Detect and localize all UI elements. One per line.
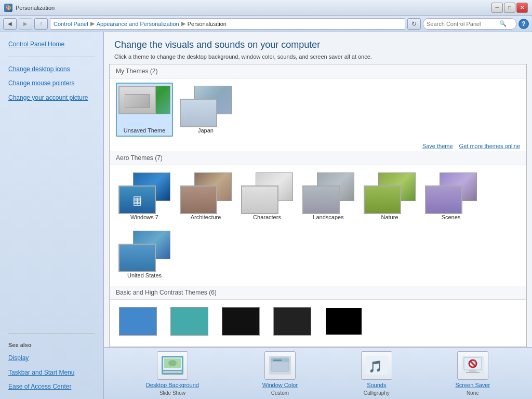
search-bar[interactable]: 🔍 — [423, 18, 516, 30]
theme-item-basic-blue[interactable] — [116, 304, 160, 339]
window-icon: 🎨 — [4, 4, 12, 12]
theme-item-basic-hc[interactable] — [322, 304, 366, 339]
svg-rect-13 — [469, 370, 476, 372]
breadcrumb-current: Personalization — [188, 21, 227, 27]
breadcrumb-bar: Control Panel ▶ Appearance and Personali… — [50, 18, 405, 30]
theme-label-landscapes: Landscapes — [313, 214, 343, 220]
theme-item-united-states[interactable]: United States — [116, 228, 173, 282]
toolbar-item-sounds[interactable]: 🎵 Sounds Calligraphy — [361, 351, 392, 396]
help-button[interactable]: ? — [518, 19, 529, 29]
basic-thumb-hc — [325, 307, 363, 336]
my-themes-header: My Themes (2) — [110, 64, 526, 78]
desktop-bg-icon — [157, 351, 188, 380]
window-title: Personalization — [16, 5, 55, 11]
minimize-button[interactable]: ─ — [491, 3, 503, 13]
maximize-button[interactable]: □ — [504, 3, 515, 13]
sidebar-item-change-account-picture[interactable]: Change your account picture — [0, 91, 103, 105]
theme-thumbnail-scenes — [425, 172, 477, 214]
theme-item-basic-dark[interactable] — [270, 304, 314, 339]
screen-saver-icon — [457, 351, 488, 380]
page-title: Change the visuals and sounds on your co… — [114, 39, 522, 50]
bottom-toolbar: Desktop Background Slide Show Window Col… — [104, 347, 532, 399]
toolbar-item-window-color[interactable]: Window Color Custom — [262, 351, 298, 396]
sounds-label[interactable]: Sounds — [367, 382, 386, 388]
themes-panel: My Themes (2) Unsaved Theme Japa — [109, 64, 527, 347]
close-button[interactable]: ✕ — [516, 3, 528, 13]
theme-thumbnail-japan — [180, 86, 232, 127]
theme-item-japan[interactable]: Japan — [177, 83, 234, 137]
theme-item-landscapes[interactable]: Landscapes — [300, 169, 357, 223]
refresh-button[interactable]: ↻ — [407, 18, 421, 30]
basic-thumb-dark — [273, 307, 311, 336]
up-button[interactable]: ↑ — [34, 18, 48, 30]
sidebar-item-display[interactable]: Display — [0, 351, 103, 365]
see-also-title: See also — [0, 339, 103, 351]
thumb-front — [364, 185, 401, 214]
basic-themes-grid — [110, 300, 526, 343]
forward-button[interactable]: ▶ — [19, 18, 32, 30]
theme-item-nature[interactable]: Nature — [361, 169, 418, 223]
basic-thumb-blue — [119, 307, 157, 336]
svg-rect-4 — [163, 371, 182, 373]
window-controls: ─ □ ✕ — [491, 3, 528, 13]
sidebar-item-change-mouse-pointers[interactable]: Change mouse pointers — [0, 76, 103, 90]
sidebar-item-taskbar[interactable]: Taskbar and Start Menu — [0, 366, 103, 380]
sounds-sublabel: Calligraphy — [364, 390, 390, 396]
aero-themes-header: Aero Themes (7) — [110, 151, 526, 165]
toolbar-item-desktop-bg[interactable]: Desktop Background Slide Show — [146, 351, 199, 396]
desktop-bg-label[interactable]: Desktop Background — [146, 382, 199, 388]
svg-rect-14 — [466, 372, 480, 373]
sidebar: Control Panel Home Change desktop icons … — [0, 32, 104, 399]
theme-item-unsaved[interactable]: Unsaved Theme — [116, 83, 173, 137]
title-bar: 🎨 Personalization ─ □ ✕ — [0, 0, 532, 16]
theme-item-scenes[interactable]: Scenes — [422, 169, 480, 223]
window-color-icon — [264, 351, 296, 380]
theme-item-basic-black[interactable] — [219, 304, 263, 339]
sidebar-divider — [8, 57, 95, 57]
theme-label-united-states: United States — [127, 272, 162, 278]
address-bar: ◀ ▶ ↑ Control Panel ▶ Appearance and Per… — [0, 16, 532, 32]
basic-thumb-teal — [170, 307, 208, 336]
sidebar-item-ease-access[interactable]: Ease of Access Center — [0, 380, 103, 394]
theme-item-windows7[interactable]: ⊞ Windows 7 — [116, 169, 173, 223]
theme-label-nature: Nature — [381, 214, 398, 220]
basic-thumb-black — [222, 307, 260, 336]
title-bar-left: 🎨 Personalization — [4, 4, 55, 12]
toolbar-item-screen-saver[interactable]: Screen Saver None — [456, 351, 490, 396]
breadcrumb-control-panel[interactable]: Control Panel — [54, 21, 88, 27]
theme-label-architecture: Architecture — [191, 214, 221, 220]
theme-label-japan: Japan — [198, 127, 214, 134]
svg-rect-8 — [273, 360, 282, 361]
breadcrumb-appearance[interactable]: Appearance and Personalization — [97, 21, 179, 27]
theme-thumbnail-characters — [241, 172, 293, 214]
sidebar-item-change-desktop-icons[interactable]: Change desktop icons — [0, 62, 103, 76]
theme-actions: Save theme Get more themes online — [110, 141, 526, 151]
search-input[interactable] — [427, 21, 499, 27]
window-color-sublabel: Custom — [271, 390, 289, 396]
my-themes-grid: Unsaved Theme Japan — [110, 78, 526, 141]
theme-label-characters: Characters — [253, 214, 281, 220]
thumb-front — [425, 185, 462, 214]
svg-text:🎵: 🎵 — [368, 360, 383, 374]
screen-saver-label[interactable]: Screen Saver — [456, 382, 490, 388]
thumb-front — [241, 185, 278, 214]
sidebar-see-also-divider — [8, 333, 95, 334]
theme-thumbnail-nature — [364, 172, 416, 214]
theme-thumbnail-united-states — [118, 231, 170, 272]
thumb-front — [118, 244, 156, 272]
window-color-label[interactable]: Window Color — [262, 382, 298, 388]
back-button[interactable]: ◀ — [3, 18, 17, 30]
content-area: Change the visuals and sounds on your co… — [104, 32, 532, 399]
theme-thumbnail-architecture — [180, 172, 232, 214]
theme-item-characters[interactable]: Characters — [238, 169, 296, 223]
theme-thumbnail-windows7: ⊞ — [118, 172, 170, 214]
get-more-themes-link[interactable]: Get more themes online — [459, 143, 520, 149]
theme-item-architecture[interactable]: Architecture — [177, 169, 234, 223]
theme-thumbnail-landscapes — [302, 172, 354, 214]
theme-item-basic-teal[interactable] — [167, 304, 211, 339]
save-theme-link[interactable]: Save theme — [422, 143, 453, 149]
thumb-front — [180, 99, 217, 127]
theme-label-windows7: Windows 7 — [130, 214, 158, 220]
sidebar-item-control-panel-home[interactable]: Control Panel Home — [0, 37, 103, 51]
thumb-front — [180, 185, 217, 214]
